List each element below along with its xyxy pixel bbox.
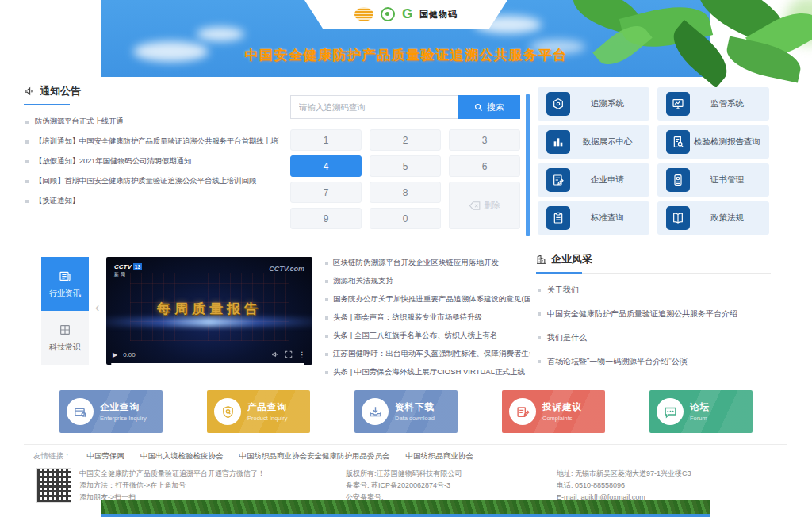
complaint-icon [509,398,536,425]
site-title: 中国安全健康防护产品质量验证追溯公共服务平台 [102,46,710,64]
video-progress-bar[interactable] [111,363,304,365]
friend-links-label: 友情链接： [33,451,71,461]
banner-data-download[interactable]: 资料下载 Data download [354,390,458,433]
building-icon [536,255,546,265]
service-label: 证书管理 [690,174,769,186]
news-item[interactable]: 区块链防伪溯源平台开发企业区块链应用落地开发 [324,254,530,272]
brand-name: 国健物码 [419,9,458,21]
banner-subtitle: Product Inquiry [247,415,287,422]
more-options-icon[interactable]: ⋮ [298,350,306,359]
footer-link[interactable]: 中国纺织品商业协会安全健康防护用品委员会 [239,451,390,461]
service-label: 企业申请 [570,174,649,186]
trace-search-bar: 搜索 [290,95,520,119]
enterprise-header: 企业风采 [536,252,771,274]
keypad-key-9[interactable]: 9 [290,208,362,229]
service-label: 监管系统 [690,98,769,109]
volume-icon[interactable] [271,350,279,358]
service-tile-supervision-system[interactable]: 监管系统 [657,87,769,121]
wechat-qr-code [36,468,71,503]
speaker-icon [24,86,35,97]
footer-link[interactable]: 中国纺织品商业协会 [406,451,474,461]
enterprise-item[interactable]: 首场论坛暨“一物一码溯源平台介绍”公演 [536,350,771,373]
copyright-info: 版权所有:江苏国健物码科技有限公司 备案号: 苏ICP备2020062874号-… [346,468,552,504]
keypad-key-2[interactable]: 2 [370,129,441,151]
service-tile-data-center[interactable]: 数据展示中心 [538,125,649,159]
enterprise-item[interactable]: 关于我们 [536,278,771,302]
news-item[interactable]: 头条 | 商会声音：纺织服装专业市场亟待升级 [324,308,530,327]
notice-item[interactable]: 【培训通知】中国安全健康防护产品质量验证追溯公共服务平台首期线上培训通知 [24,132,279,151]
banner-subtitle: Complaints [542,415,582,422]
keypad-delete-label: 删除 [485,200,500,211]
report-search-icon [666,130,690,154]
keypad-key-7[interactable]: 7 [290,182,362,203]
banner-subtitle: Data download [395,415,435,422]
service-label: 检验检测报告查询 [690,136,769,147]
certificate-icon [666,168,690,192]
bar-chart-icon [546,130,570,154]
g-logo-icon: G [402,7,412,21]
trace-system-icon [546,92,570,116]
keypad-key-0[interactable]: 0 [370,208,441,229]
friend-links-row: 友情链接： 中国劳保网 中国出入境检验检疫协会 中国纺织品商业协会安全健康防护用… [33,451,473,461]
notice-item[interactable]: 【回顾】首期中国安全健康防护质量验证追溯公众平台线上培训回顾 [24,171,279,191]
keypad-key-4-active[interactable]: 4 [290,155,362,177]
keypad-key-8[interactable]: 8 [370,182,441,203]
news-list: 区块链防伪溯源平台开发企业区块链应用落地开发 溯源相关法规支持 国务院办公厅关于… [324,254,530,381]
enterprise-item[interactable]: 我们是什么 [536,326,771,350]
footer-link[interactable]: 中国劳保网 [87,451,125,461]
enterprise-panel: 企业风采 关于我们 中国安全健康防护产品质量验证追溯公共服务平台介绍 我们是什么… [536,252,771,373]
clipboard-icon [546,206,570,230]
search-button[interactable]: 搜索 [458,95,520,119]
news-item[interactable]: 国务院办公厅关于加快推进重要产品追溯体系建设的意见(国办发〔2015〕9... [324,290,530,308]
services-grid: 追溯系统 监管系统 数据展示中心 检验检测报告查询 企业申请 [538,87,769,235]
keypad-delete-key[interactable]: 删除 [449,182,520,229]
grid-book-icon [59,324,71,336]
service-tile-certificate-management[interactable]: 证书管理 [657,163,769,197]
news-item[interactable]: 溯源相关法规支持 [324,272,530,290]
keypad-key-6[interactable]: 6 [449,155,520,177]
banner-complaints[interactable]: 投诉建议 Complaints [502,390,605,433]
green-badge-logo-icon [381,7,395,21]
product-inquiry-icon [214,398,241,425]
service-tile-report-query[interactable]: 检验检测报告查询 [657,125,769,159]
service-tile-standards-query[interactable]: 标准查询 [538,201,649,235]
banner-forum[interactable]: 论坛 Forum [649,390,753,433]
service-tile-policies[interactable]: 政策法规 [657,201,769,235]
copyright-line: 版权所有:江苏国健物码科技有限公司 [346,468,552,480]
banner-subtitle: Forum [690,415,710,422]
fullscreen-icon[interactable] [285,350,293,358]
cloud-decoration [197,27,244,41]
banner-product-inquiry[interactable]: 产品查询 Product Inquiry [207,390,310,433]
tab-industry-news[interactable]: 行业资讯 [41,257,89,311]
notice-item[interactable]: 防伪溯源平台正式上线开通 [24,112,279,132]
news-item[interactable]: 头条 | 中国劳保会海外线上展厅CIOSH VIRTUAL正式上线 [324,363,530,381]
enterprise-item[interactable]: 中国安全健康防护产品质量验证追溯公共服务平台介绍 [536,302,771,326]
news-item[interactable]: 江苏国健呼吁：出台电动车头盔强制性标准、保障消费者生命安全 [324,345,530,363]
banner-enterprise-inquiry[interactable]: 企业查询 Enterprise Inquiry [59,390,163,433]
trace-code-input[interactable] [290,95,458,119]
carousel-prev-arrow[interactable]: ‹ [95,301,99,314]
keypad-key-3[interactable]: 3 [449,129,520,151]
search-icon [474,103,483,112]
cctv-com-watermark: CCTV.com [269,265,304,273]
service-tile-trace-system[interactable]: 追溯系统 [538,87,649,121]
banner-title: 资料下载 [395,401,435,413]
service-label: 标准查询 [570,213,649,224]
banner-title: 投诉建议 [542,401,582,413]
footer-link[interactable]: 中国出入境检验检疫协会 [140,451,224,461]
tab-science-knowledge[interactable]: 科技常识 [41,311,89,365]
section-divider [24,381,787,381]
video-player[interactable]: CCTV 13 新闻 CCTV.com 每周质量报告 ▶ 0:00 ⋮ [106,257,312,365]
keypad-key-5[interactable]: 5 [370,155,441,177]
download-icon [362,398,389,425]
news-item[interactable]: 头条 | 全国三八红旗手名单公布、纺织人榜上有名 [324,327,530,345]
notices-header: 通知公告 [24,84,279,105]
notice-item[interactable]: 【放假通知】2021年国健物码公司清明假期通知 [24,151,279,171]
keypad-key-1[interactable]: 1 [290,129,362,151]
play-icon[interactable]: ▶ [113,351,117,358]
service-label: 数据展示中心 [570,136,649,147]
service-tile-enterprise-apply[interactable]: 企业申请 [538,163,649,197]
gold-emblem-logo-icon [354,7,373,21]
banner-title: 论坛 [690,401,710,413]
notice-item[interactable]: 【换证通知】 [24,191,279,211]
